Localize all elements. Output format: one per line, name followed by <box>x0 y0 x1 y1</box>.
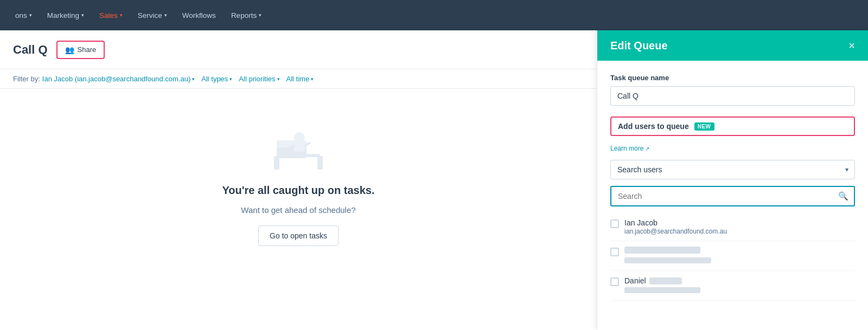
svg-point-5 <box>294 132 305 143</box>
search-users-wrapper: Search users ▾ <box>610 160 855 179</box>
task-queue-name-input[interactable] <box>610 86 855 106</box>
filter-by-label: Filter by: <box>13 75 40 83</box>
search-icon-button[interactable]: 🔍 <box>838 191 848 201</box>
nav-item-automations[interactable]: ons ▾ <box>9 8 39 23</box>
user-checkbox-daniel[interactable] <box>610 277 619 286</box>
user-checkbox-ian-jacob[interactable] <box>610 219 619 228</box>
user-email-blurred <box>624 287 855 295</box>
chevron-down-icon: ▾ <box>311 76 314 82</box>
page-header: Call Q 👥 Share <box>0 30 597 69</box>
section-divider: Add users to queue NEW <box>610 117 855 136</box>
empty-illustration <box>266 121 331 176</box>
page-title: Call Q <box>13 43 48 57</box>
top-navigation: ons ▾ Marketing ▾ Sales ▾ Service ▾ Work… <box>0 0 868 30</box>
chevron-down-icon: ▾ <box>277 76 280 82</box>
filter-user-dropdown[interactable]: Ian Jacob (ian.jacob@searchandfound.com.… <box>42 75 195 83</box>
chevron-down-icon: ▾ <box>29 12 32 18</box>
chevron-down-icon: ▾ <box>120 12 123 18</box>
chevron-down-icon: ▾ <box>229 76 232 82</box>
list-item: Daniel <box>610 271 855 301</box>
user-info: Ian Jacob ian.jacob@searchandfound.com.a… <box>624 218 855 235</box>
user-email-blurred <box>624 257 855 265</box>
learn-more-link[interactable]: Learn more ↗ <box>610 145 855 152</box>
main-layout: Call Q 👥 Share Filter by: Ian Jacob (ian… <box>0 30 868 330</box>
filter-types-dropdown[interactable]: All types ▾ <box>201 75 232 83</box>
panel-title: Edit Queue <box>610 40 668 52</box>
external-link-icon: ↗ <box>645 146 649 152</box>
chevron-down-icon: ▾ <box>81 12 84 18</box>
nav-item-workflows[interactable]: Workflows <box>176 8 222 23</box>
user-checkbox-blurred-1[interactable] <box>610 248 619 256</box>
panel-close-button[interactable]: × <box>848 40 855 51</box>
nav-item-marketing[interactable]: Marketing ▾ <box>41 8 91 23</box>
add-users-label: Add users to queue <box>618 122 689 131</box>
svg-rect-6 <box>294 142 305 152</box>
user-name: Ian Jacob <box>624 218 855 227</box>
go-to-open-tasks-button[interactable]: Go to open tasks <box>258 225 339 246</box>
edit-queue-panel: Edit Queue × Task queue name Add users t… <box>597 30 868 330</box>
user-name: Daniel <box>624 276 855 285</box>
empty-title: You're all caught up on tasks. <box>222 184 374 197</box>
search-users-select[interactable]: Search users <box>610 160 855 179</box>
panel-header: Edit Queue × <box>597 30 868 61</box>
search-input-wrapper: 🔍 <box>610 186 855 206</box>
nav-item-reports[interactable]: Reports ▾ <box>225 8 268 23</box>
search-icon: 🔍 <box>838 191 848 200</box>
user-email: ian.jacob@searchandfound.com.au <box>624 228 855 235</box>
nav-item-sales[interactable]: Sales ▾ <box>93 8 129 23</box>
share-button[interactable]: 👥 Share <box>56 41 105 59</box>
filter-bar: Filter by: Ian Jacob (ian.jacob@searchan… <box>0 69 597 89</box>
user-info <box>624 247 855 265</box>
search-input[interactable] <box>611 187 854 205</box>
user-list: Ian Jacob ian.jacob@searchandfound.com.a… <box>610 213 855 301</box>
empty-subtitle: Want to get ahead of schedule? <box>241 205 355 215</box>
task-queue-name-label: Task queue name <box>610 74 855 82</box>
left-content: Call Q 👥 Share Filter by: Ian Jacob (ian… <box>0 30 597 330</box>
filter-priorities-dropdown[interactable]: All priorities ▾ <box>239 75 279 83</box>
user-info: Daniel <box>624 276 855 295</box>
chevron-down-icon: ▾ <box>259 12 261 18</box>
list-item: Ian Jacob ian.jacob@searchandfound.com.a… <box>610 213 855 241</box>
chevron-down-icon: ▾ <box>192 76 195 82</box>
share-icon: 👥 <box>65 46 74 54</box>
add-users-to-queue-row: Add users to queue NEW <box>610 117 855 136</box>
new-badge: NEW <box>694 122 714 131</box>
user-name-blurred <box>624 247 855 255</box>
empty-state: You're all caught up on tasks. Want to g… <box>0 89 597 279</box>
filter-time-dropdown[interactable]: All time ▾ <box>286 75 314 83</box>
nav-item-service[interactable]: Service ▾ <box>131 8 174 23</box>
panel-body: Task queue name Add users to queue NEW L… <box>597 61 868 330</box>
chevron-down-icon: ▾ <box>164 12 167 18</box>
svg-rect-2 <box>317 156 323 170</box>
list-item <box>610 241 855 271</box>
